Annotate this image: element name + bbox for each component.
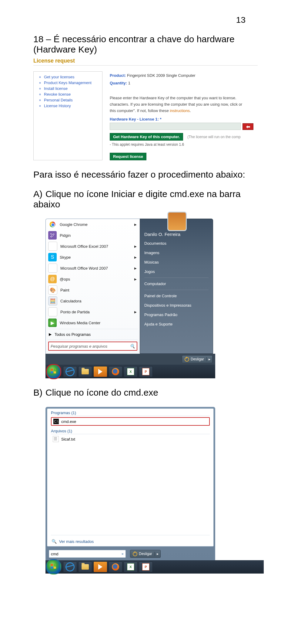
start-menu-item[interactable]: Google Chrome▶ — [46, 219, 140, 230]
sidebar-item[interactable]: License History — [44, 104, 99, 108]
start-button[interactable] — [46, 364, 61, 379]
start-menu-item[interactable]: @@ops▶ — [46, 274, 140, 285]
start-menu-right-link[interactable]: Dispositivos e Impressoras — [140, 301, 213, 310]
sidebar-item[interactable]: Get your licenses — [44, 75, 99, 79]
chevron-right-icon[interactable]: ▸ — [155, 552, 160, 556]
chevron-right-icon: ▶ — [134, 223, 137, 226]
taskbar-explorer[interactable] — [78, 366, 92, 377]
start-menu-right-link[interactable]: Imagens — [140, 248, 213, 257]
instructions-link[interactable]: instructions — [170, 108, 190, 113]
user-avatar[interactable] — [167, 212, 187, 231]
play-icon — [98, 564, 102, 570]
product-row: Product: Fingerprint SDK 2009 Single Com… — [110, 73, 258, 78]
start-menu-right-link[interactable]: Programas Padrão — [140, 310, 213, 319]
taskbar-powerpoint[interactable]: P — [139, 366, 153, 377]
start-menu-item-label: Paint — [60, 288, 69, 292]
divider — [51, 434, 210, 434]
start-menu-item-label: Windows Media Center — [60, 321, 100, 325]
skype-icon: S — [48, 253, 57, 261]
clear-search-icon[interactable]: × — [121, 552, 124, 556]
taskbar-ie[interactable] — [63, 366, 77, 377]
step-a-text: Clique no ícone Iniciar e digite cmd.exe… — [33, 189, 241, 209]
start-menu-right-link[interactable]: Computador — [140, 279, 213, 288]
taskbar-media-player[interactable] — [93, 366, 107, 377]
start-menu-right-link[interactable]: Ajuda e Suporte — [140, 319, 213, 329]
step-b-text: Clique no ícone do cmd.exe — [45, 387, 158, 397]
shutdown-button[interactable]: Desligar ▸ — [130, 550, 161, 558]
result-sicaf-txt[interactable]: Sicaf.txt — [51, 435, 210, 443]
sidebar-item[interactable]: Product Keys Management — [44, 80, 99, 85]
ie-icon — [65, 561, 76, 573]
license-screenshot: License request Get your licenses Produc… — [33, 58, 258, 160]
taskbar-ie[interactable] — [63, 561, 77, 572]
search-input[interactable]: Pesquisar programas e arquivos 🔍 — [48, 342, 137, 351]
start-menu-item[interactable]: ⚑Ponto de Partida▶ — [46, 306, 140, 317]
divider — [48, 339, 138, 340]
taskbar-firefox[interactable] — [109, 561, 122, 572]
step-b: B)Clique no ícone do cmd.exe — [33, 387, 264, 398]
start-menu-right-link[interactable]: Documentos — [140, 239, 213, 248]
license-sidebar: Get your licenses Product Keys Managemen… — [33, 71, 102, 160]
start-menu-item[interactable]: WMicrosoft Office Word 2007▶ — [46, 263, 140, 274]
start-menu-item[interactable]: XMicrosoft Office Excel 2007▶ — [46, 241, 140, 252]
chevron-right-icon[interactable]: ▸ — [206, 357, 212, 361]
search-icon: 🔍 — [130, 344, 135, 349]
folder-icon — [82, 369, 89, 374]
hardware-key-input[interactable] — [110, 123, 241, 130]
step-b-prefix: B) — [33, 387, 45, 398]
chevron-right-icon: ▶ — [134, 310, 137, 314]
start-menu-item[interactable]: 🧮Calculadora — [46, 295, 140, 306]
start-menu-item[interactable]: ▶Windows Media Center — [46, 317, 140, 328]
taskbar-explorer[interactable] — [78, 561, 92, 572]
start-menu-item[interactable]: 🎨Paint — [46, 285, 140, 295]
license-title: License request — [33, 58, 258, 64]
taskbar-media-player[interactable] — [93, 561, 107, 572]
paint-icon: 🎨 — [48, 285, 57, 295]
firefox-icon — [112, 368, 119, 375]
sidebar-item[interactable]: Revoke license — [44, 92, 99, 97]
intro-paragraph: Para isso é necessário fazer o procedime… — [33, 169, 264, 180]
play-icon — [98, 369, 102, 374]
quantity-row: Quantity: 1 — [110, 81, 258, 85]
group-programs-label: Programas (1) — [47, 409, 213, 416]
chevron-right-icon: ▶ — [134, 245, 137, 248]
start-button[interactable] — [46, 559, 61, 574]
chevron-right-icon: ▶ — [134, 256, 137, 259]
search-results-screenshot: Programas (1) C:\ cmd.exe Arquivos (1) S… — [45, 407, 264, 574]
taskbar-excel[interactable]: X — [124, 366, 138, 377]
start-menu-item-label: Calculadora — [60, 299, 81, 303]
taskbar: X P — [45, 365, 215, 378]
start-menu-item[interactable]: SSkype▶ — [46, 252, 140, 263]
license-instructions: Please enter the Hardware Key of the com… — [110, 95, 258, 114]
shutdown-button[interactable]: Desligar ▸ — [182, 355, 212, 363]
divider — [51, 535, 210, 535]
taskbar-excel[interactable]: X — [124, 561, 138, 572]
step-a-prefix: A) — [33, 189, 45, 199]
search-bar-row: cmd × Desligar ▸ — [46, 548, 215, 560]
product-label: Product: — [110, 73, 126, 78]
wmc-icon: ▶ — [48, 319, 57, 327]
start-menu-item-label: Microsoft Office Excel 2007 — [60, 244, 108, 249]
start-menu-right-link[interactable]: Painel de Controle — [140, 291, 213, 301]
see-more-results[interactable]: 🔍 Ver mais resultados — [47, 537, 213, 546]
result-cmd-exe[interactable]: C:\ cmd.exe — [51, 417, 210, 426]
all-programs[interactable]: ▶ Todos os Programas — [46, 330, 140, 339]
taskbar-powerpoint[interactable]: P — [139, 561, 153, 572]
java-note: - This applet requires Java at least ver… — [110, 142, 258, 147]
excel-icon: X — [48, 242, 57, 251]
quantity-value: 1 — [128, 81, 130, 85]
sidebar-item[interactable]: Personal Details — [44, 98, 99, 102]
hardware-key-label: Hardware Key - License 1: * — [110, 117, 162, 121]
search-input[interactable]: cmd × — [49, 550, 126, 558]
ie-icon — [65, 366, 76, 377]
power-icon — [133, 552, 137, 556]
taskbar-firefox[interactable] — [109, 366, 122, 377]
start-menu-right-link[interactable]: Músicas — [140, 257, 213, 267]
start-menu-item[interactable]: 🕊Pidgin — [46, 230, 140, 241]
start-menu-right-link[interactable]: Jogos — [140, 267, 213, 276]
taskbar: X P — [45, 560, 264, 574]
get-hardware-key-button[interactable]: Get Hardware Key of this computer. — [110, 133, 183, 141]
request-license-button[interactable]: Request license — [110, 153, 146, 160]
search-icon: 🔍 — [52, 539, 57, 544]
sidebar-item[interactable]: Install license — [44, 86, 99, 91]
